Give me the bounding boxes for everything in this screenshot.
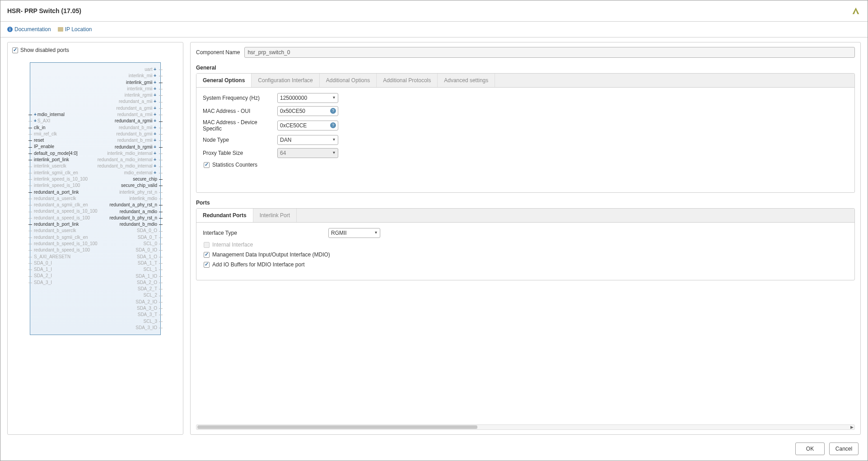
port-SDA_1_I: SDA_1_I <box>34 266 52 273</box>
port-SDA_2_I: SDA_2_I <box>34 273 52 279</box>
port-SDA_0_T: SDA_0_T <box>138 234 157 241</box>
folder-icon <box>58 27 63 32</box>
checkbox-icon <box>204 242 210 248</box>
tab-redundant-ports[interactable]: Redundant Ports <box>196 209 253 222</box>
port-interlink_mdio: interlink_mdio <box>129 196 157 202</box>
port-redundant_a_mdio: redundant_a_mdio <box>120 209 157 215</box>
port-redundant_b_speed_is_10_100: redundant_b_speed_is_10_100 <box>34 241 98 247</box>
general-section-label: General <box>196 65 855 71</box>
help-icon[interactable]: ? <box>330 122 336 128</box>
scrollbar-thumb[interactable] <box>197 425 477 429</box>
port-IP_enable: IP_enable <box>34 144 54 150</box>
port-interlink_speed_is_10_100: interlink_speed_is_10_100 <box>34 176 88 182</box>
port-SDA_3_I: SDA_3_I <box>34 279 52 286</box>
show-disabled-label: Show disabled ports <box>20 47 69 53</box>
general-options-content: System Frequency (Hz) 125000000 MAC Addr… <box>196 88 854 192</box>
tab-general-options[interactable]: General Options <box>196 74 252 87</box>
general-tab-container: General Options Configuration Interface … <box>196 73 855 193</box>
component-name-row: Component Name hsr_prp_switch_0 <box>196 47 855 58</box>
mdio-checkbox[interactable]: Management Data Input/Output Interface (… <box>204 251 848 258</box>
doc-bar: i Documentation IP Location <box>0 22 868 37</box>
port-redundant_b_port_link: redundant_b_port_link <box>34 221 79 228</box>
stats-counters-checkbox[interactable]: Statistics Counters <box>204 162 848 168</box>
stats-label: Statistics Counters <box>212 162 257 168</box>
port-SDA_3_T: SDA_3_T <box>138 312 157 318</box>
component-name-input[interactable]: hsr_prp_switch_0 <box>244 47 855 58</box>
checkbox-icon <box>204 162 210 168</box>
io-buf-label: Add IO Buffers for MDIO Interface port <box>212 261 305 268</box>
port-default_op_mode[4:0]: default_op_mode[4:0] <box>34 150 78 157</box>
horizontal-scrollbar[interactable]: ◀ ▶ <box>196 424 855 430</box>
port-SDA_1_T: SDA_1_T <box>138 260 157 266</box>
port-redundant_b_rgmii: redundant_b_rgmii + <box>115 144 157 150</box>
port-SDA_0_IO: SDA_0_IO <box>135 247 157 253</box>
port-interlink_mdio_internal: interlink_mdio_internal + <box>107 150 157 157</box>
left-port-column: +mdio_internal+S_AXIclk_inrmii_ref_clkre… <box>30 66 98 331</box>
scroll-right-icon[interactable]: ▶ <box>849 425 854 429</box>
ok-button[interactable]: OK <box>795 442 825 455</box>
show-disabled-ports-checkbox[interactable]: Show disabled ports <box>12 47 178 53</box>
documentation-link[interactable]: i Documentation <box>7 26 51 33</box>
ports-section-label: Ports <box>196 200 855 206</box>
checkbox-icon <box>204 262 210 268</box>
help-icon[interactable]: ? <box>330 108 336 114</box>
sys-freq-label: System Frequency (Hz) <box>203 95 273 101</box>
tab-interlink-port[interactable]: Interlink Port <box>253 209 297 222</box>
port-mdio_external: mdio_external + <box>124 170 157 176</box>
port-redundant_b_gmii: redundant_b_gmii + <box>116 131 157 137</box>
checkbox-icon <box>204 252 210 258</box>
checkbox-icon <box>12 47 18 53</box>
port-mdio_internal: +mdio_internal <box>34 112 65 118</box>
documentation-label: Documentation <box>14 26 51 33</box>
port-secure_chip_valid: secure_chip_valid <box>121 182 157 189</box>
port-secure_chip: secure_chip <box>133 176 157 182</box>
port-redundant_a_speed_is_10_100: redundant_a_speed_is_10_100 <box>34 208 98 214</box>
port-uart: uart + <box>145 66 157 73</box>
tab-additional-protocols[interactable]: Additional Protocols <box>377 74 438 87</box>
port-interlink_rgmii: interlink_rgmii + <box>125 92 157 98</box>
ip-location-label: IP Location <box>65 26 92 33</box>
tab-advanced-settings[interactable]: Advanced settings <box>438 74 495 87</box>
port-SDA_1_O: SDA_1_O <box>137 254 157 260</box>
ports-preview-panel: Show disabled ports +mdio_internal+S_AXI… <box>7 42 183 435</box>
port-S_AXI_ARESETN: S_AXI_ARESETN <box>34 254 70 260</box>
port-redundant_a_port_link: redundant_a_port_link <box>34 189 79 196</box>
component-name-label: Component Name <box>196 49 240 56</box>
port-redundant_b_sgmii_clk_en: redundant_b_sgmii_clk_en <box>34 234 88 241</box>
port-redundant_b_phy_rst_n: redundant_b_phy_rst_n <box>109 215 157 221</box>
port-redundant_b_userclk: redundant_b_userclk <box>34 228 76 234</box>
mac-oui-label: MAC Address - OUI <box>203 108 273 114</box>
sys-freq-select[interactable]: 125000000 <box>277 93 338 103</box>
port-SCL_0: SCL_0 <box>144 241 158 247</box>
port-interlink_port_link: interlink_port_link <box>34 157 69 163</box>
port-SDA_0_I: SDA_0_I <box>34 260 52 266</box>
port-SCL_3: SCL_3 <box>144 318 158 325</box>
port-interlink_mii: interlink_mii + <box>129 73 157 79</box>
port-SCL_2: SCL_2 <box>144 292 158 298</box>
mac-dev-input[interactable]: 0xCE50CE? <box>277 121 338 130</box>
ip-location-link[interactable]: IP Location <box>58 26 92 33</box>
port-interlink_gmii: interlink_gmii + <box>126 79 157 86</box>
iface-type-select[interactable]: RGMII <box>328 228 380 238</box>
mdio-label: Management Data Input/Output Interface (… <box>212 251 330 258</box>
tab-configuration-interface[interactable]: Configuration Interface <box>252 74 319 87</box>
port-redundant_a_phy_rst_n: redundant_a_phy_rst_n <box>109 202 157 208</box>
port-interlink_rmii: interlink_rmii + <box>127 86 157 92</box>
iface-type-label: Interface Type <box>203 230 324 236</box>
tab-additional-options[interactable]: Additional Options <box>320 74 377 87</box>
port-SDA_2_T: SDA_2_T <box>138 286 157 292</box>
ports-tab-row: Redundant Ports Interlink Port <box>196 209 854 223</box>
dialog-footer: OK Cancel <box>0 437 868 461</box>
io-buffers-checkbox[interactable]: Add IO Buffers for MDIO Interface port <box>204 261 848 268</box>
proxy-label: Proxy Table Size <box>203 150 273 156</box>
cancel-button[interactable]: Cancel <box>829 442 859 455</box>
internal-iface-label: Internal Interface <box>212 242 253 248</box>
mac-dev-label: MAC Address - Device Specific <box>203 119 273 132</box>
mac-oui-input[interactable]: 0x50CE50? <box>277 106 338 116</box>
proxy-select: 64 <box>277 148 338 158</box>
node-type-select[interactable]: DAN <box>277 135 338 145</box>
port-reset: reset <box>34 137 44 144</box>
redundant-ports-content: Interface Type RGMII Internal Interface … <box>196 223 854 280</box>
window-title: HSR- PRP Switch (17.05) <box>7 7 81 14</box>
port-redundant_b_mdio_internal: redundant_b_mdio_internal + <box>98 163 157 169</box>
